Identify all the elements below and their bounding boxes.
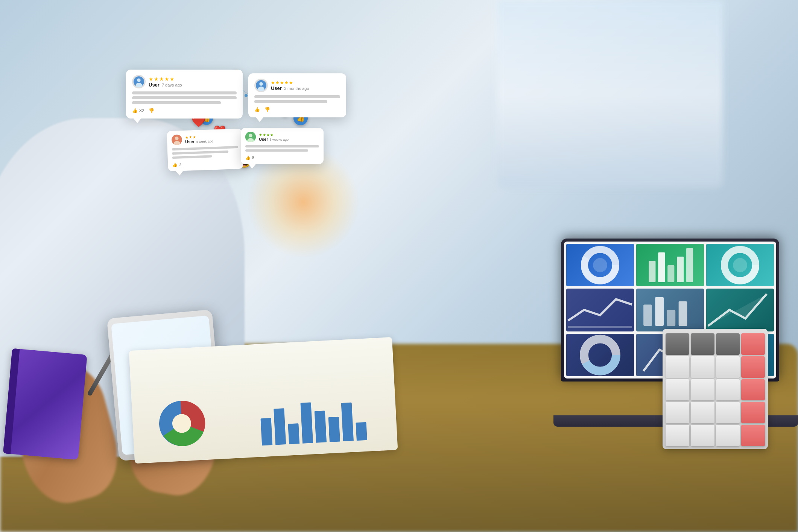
calc-btn-9 <box>666 379 689 401</box>
paper-chart-content <box>129 337 398 464</box>
calc-btn-7 <box>716 356 740 378</box>
calc-btn-12 <box>741 379 765 401</box>
calc-btn-19 <box>716 425 740 446</box>
calc-btn-20 <box>741 425 765 446</box>
svg-point-12 <box>733 258 747 272</box>
svg-rect-6 <box>658 252 665 282</box>
calc-btn-11 <box>716 379 740 401</box>
laptop-cell-bar-1 <box>636 244 704 286</box>
svg-rect-16 <box>667 310 676 326</box>
pie-chart <box>154 396 209 451</box>
paper-charts <box>129 337 398 464</box>
calc-btn-5 <box>666 356 689 378</box>
laptop-cell-donut-2 <box>706 244 774 286</box>
svg-rect-8 <box>677 257 684 282</box>
svg-rect-14 <box>643 305 652 326</box>
notebook <box>3 348 87 460</box>
svg-rect-9 <box>686 248 693 282</box>
svg-point-4 <box>593 258 607 272</box>
laptop-cell-data-2 <box>636 289 704 331</box>
svg-rect-5 <box>649 261 655 282</box>
svg-rect-17 <box>679 301 687 326</box>
calc-btn-10 <box>691 379 714 401</box>
calc-btn-3 <box>716 333 740 355</box>
calc-btn-14 <box>691 402 714 423</box>
calc-btn-1 <box>666 333 689 355</box>
svg-rect-7 <box>667 265 674 282</box>
laptop-cell-donut-1 <box>566 244 634 286</box>
calc-btn-2 <box>691 333 714 355</box>
svg-rect-13 <box>568 326 632 328</box>
bar-chart-paper <box>260 395 367 445</box>
calc-btn-8 <box>741 356 765 378</box>
laptop-cell-data-1 <box>566 289 634 331</box>
calc-btn-17 <box>666 425 689 446</box>
calc-btn-18 <box>691 425 714 446</box>
laptop-cell-data-3 <box>706 289 774 331</box>
background-window <box>497 0 723 188</box>
calculator <box>663 329 768 449</box>
calc-btn-4 <box>741 333 765 355</box>
calc-btn-15 <box>716 402 740 423</box>
calc-btn-16 <box>741 402 765 423</box>
svg-rect-15 <box>655 297 664 326</box>
calc-btn-6 <box>691 356 714 378</box>
laptop-cell-data-4 <box>566 334 634 376</box>
calc-btn-13 <box>666 402 689 423</box>
